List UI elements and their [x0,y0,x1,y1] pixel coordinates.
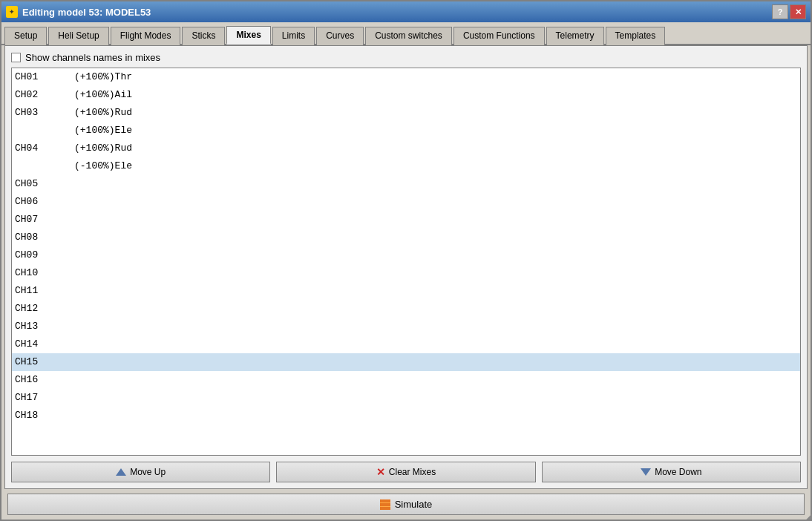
channel-list-container: CH01(+100%)ThrCH02(+100%)AilCH03(+100%)R… [11,68,801,456]
tab-sticks[interactable]: Sticks [182,27,225,45]
tabs-bar: SetupHeli SetupFlight ModesSticksMixesLi… [1,22,811,45]
show-channels-row: Show channels names in mixes [11,52,801,63]
tab-templates[interactable]: Templates [606,27,666,45]
channel-name: CH08 [15,229,74,246]
tab-heli-setup[interactable]: Heli Setup [48,27,108,45]
tab-custom-switches[interactable]: Custom switches [365,27,452,45]
channel-row[interactable]: CH08 [12,229,800,246]
titlebar-controls: ? ✕ [772,4,806,19]
simulate-icon [380,499,390,510]
main-window: ✦ Editing model 53: MODEL53 ? ✕ SetupHel… [0,0,812,521]
channel-row[interactable]: CH04(+100%)Rud [12,140,800,157]
channel-row[interactable]: CH10 [12,264,800,282]
channel-row[interactable]: CH17 [12,389,800,407]
channel-row[interactable]: CH16 [12,371,800,389]
clear-icon: ✕ [376,466,385,478]
channel-name: CH16 [15,371,74,389]
channel-list[interactable]: CH01(+100%)ThrCH02(+100%)AilCH03(+100%)R… [12,68,800,455]
channel-row[interactable]: CH06 [12,193,800,211]
simulate-button[interactable]: Simulate [7,494,805,515]
channel-name: CH06 [15,193,74,211]
resize-grip[interactable]: ◢ [803,512,812,521]
channel-row[interactable]: CH11 [12,282,800,300]
channel-name: CH15 [15,353,74,371]
channel-name: CH09 [15,246,74,264]
channel-mix: (+100%)Ele [74,122,132,140]
channel-name: CH14 [15,335,74,353]
titlebar: ✦ Editing model 53: MODEL53 ? ✕ [1,1,811,22]
channel-name: CH04 [15,140,74,157]
simulate-bar: Simulate [1,489,811,520]
clear-mixes-button[interactable]: ✕ Clear Mixes [276,462,535,482]
show-channels-label: Show channels names in mixes [25,52,160,63]
channel-name: CH07 [15,211,74,229]
channel-row[interactable]: (-100%)Ele [12,157,800,175]
channel-row[interactable]: CH01(+100%)Thr [12,68,800,86]
channel-row[interactable]: CH09 [12,246,800,264]
tab-flight-modes[interactable]: Flight Modes [111,27,181,45]
channel-name: CH03 [15,104,74,122]
move-up-button[interactable]: Move Up [11,462,270,482]
arrow-down-icon [641,468,651,476]
tab-telemetry[interactable]: Telemetry [546,27,604,45]
channel-row[interactable]: CH15 [12,353,800,371]
channel-name: CH01 [15,68,74,86]
tab-custom-functions[interactable]: Custom Functions [454,27,545,45]
channel-row[interactable]: CH12 [12,300,800,318]
channel-mix: (+100%)Thr [74,68,132,86]
close-button[interactable]: ✕ [790,4,806,19]
channel-name: CH13 [15,318,74,335]
bottom-buttons: Move Up ✕ Clear Mixes Move Down [11,462,801,482]
channel-row[interactable]: CH02(+100%)Ail [12,86,800,104]
channel-row[interactable]: CH05 [12,175,800,193]
tab-curves[interactable]: Curves [316,27,364,45]
channel-row[interactable]: CH14 [12,335,800,353]
channel-name: CH10 [15,264,74,282]
tab-setup[interactable]: Setup [4,27,47,45]
channel-name: CH05 [15,175,74,193]
channel-mix: (-100%)Ele [74,157,132,175]
tab-limits[interactable]: Limits [272,27,315,45]
show-channels-checkbox[interactable] [11,53,21,62]
channel-row[interactable]: CH13 [12,318,800,335]
titlebar-left: ✦ Editing model 53: MODEL53 [6,6,151,18]
tab-mixes[interactable]: Mixes [226,26,270,45]
channel-name: CH17 [15,389,74,407]
channel-name: CH11 [15,282,74,300]
channel-row[interactable]: (+100%)Ele [12,122,800,140]
arrow-up-icon [116,468,126,476]
channel-mix: (+100%)Rud [74,104,132,122]
help-button[interactable]: ? [772,4,788,19]
window-title: Editing model 53: MODEL53 [22,7,151,18]
channel-name: CH12 [15,300,74,318]
channel-row[interactable]: CH18 [12,407,800,425]
move-down-button[interactable]: Move Down [542,462,801,482]
channel-mix: (+100%)Ail [74,86,132,104]
channel-row[interactable]: CH03(+100%)Rud [12,104,800,122]
channel-mix: (+100%)Rud [74,140,132,157]
channel-name: CH02 [15,86,74,104]
channel-name: CH18 [15,407,74,425]
channel-row[interactable]: CH07 [12,211,800,229]
app-icon: ✦ [6,6,18,18]
content-area: Show channels names in mixes CH01(+100%)… [4,45,808,489]
